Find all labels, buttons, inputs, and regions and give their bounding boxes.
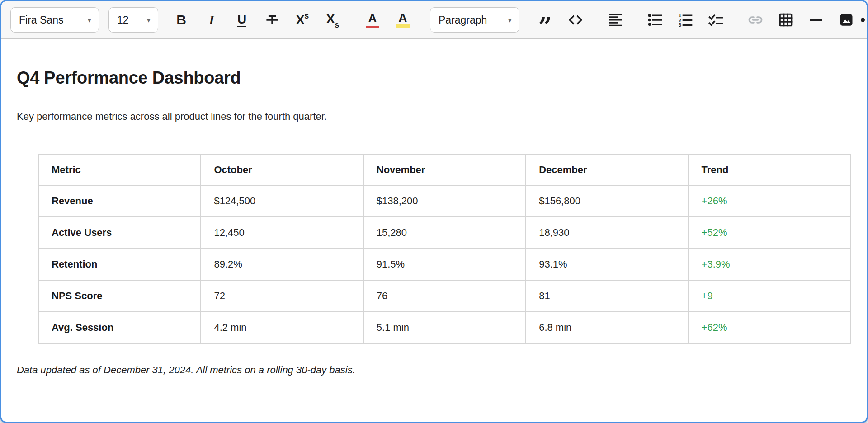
svg-text:3: 3 [679,22,681,28]
subscript-button[interactable]: Xs [322,9,344,31]
paragraph-style-value: Paragraph [439,14,487,26]
highlight-color-button[interactable]: A [392,9,414,31]
italic-icon: I [209,12,214,28]
trend-cell: +26% [689,185,851,217]
overflow-dot-icon[interactable] [861,18,865,22]
chevron-down-icon: ▾ [87,15,91,25]
table-cell: $124,500 [201,185,363,217]
table-cell: $138,200 [363,185,526,217]
rich-text-editor-window: Fira Sans ▾ 12 ▾ B I U Xs [0,0,868,423]
insert-table-button[interactable] [775,9,797,31]
ordered-list-icon: 1 2 3 [677,12,693,28]
link-icon [747,11,764,28]
table-cell: 93.1% [526,249,688,280]
table-row: Retention 89.2% 91.5% 93.1% +3.9% [38,249,851,280]
table-cell: 81 [526,280,688,312]
code-icon [567,12,584,28]
trend-cell: +62% [689,312,851,343]
superscript-button[interactable]: Xs [292,9,313,31]
insert-image-button[interactable] [835,9,857,31]
bold-icon: B [176,12,186,28]
align-button[interactable] [604,9,626,31]
editor-content-area[interactable]: Q4 Performance Dashboard Key performance… [1,68,867,376]
checklist-icon [708,12,724,28]
table-icon [778,12,794,28]
table-cell: 12,450 [201,217,363,249]
intro-paragraph: Key performance metrics across all produ… [17,110,851,123]
font-family-select[interactable]: Fira Sans ▾ [10,7,99,33]
checklist-button[interactable] [705,9,726,31]
page-title: Q4 Performance Dashboard [17,68,851,88]
trend-cell: +9 [689,280,851,312]
table-cell: Retention [38,249,201,280]
trend-cell: +3.9% [689,249,851,280]
code-button[interactable] [565,9,586,31]
text-color-button[interactable]: A [362,9,383,31]
table-row: NPS Score 72 76 81 +9 [38,280,851,312]
column-header-november: November [363,155,526,185]
align-left-icon [607,12,623,28]
horizontal-rule-button[interactable] [805,9,827,31]
formatting-toolbar: Fira Sans ▾ 12 ▾ B I U Xs [1,1,867,39]
strikethrough-icon [264,12,280,28]
bullet-list-icon [647,12,663,28]
table-cell: 15,280 [363,217,526,249]
table-cell: 89.2% [201,249,363,280]
link-button[interactable] [745,9,766,31]
column-header-trend: Trend [689,155,851,185]
font-size-value: 12 [117,14,129,26]
paragraph-style-select[interactable]: Paragraph ▾ [430,7,519,33]
column-header-october: October [201,155,363,185]
text-color-icon: A [366,12,379,28]
blockquote-button[interactable]: ” [534,9,556,31]
subscript-icon: Xs [326,12,340,28]
table-cell: Active Users [38,217,201,249]
table-cell: 6.8 min [526,312,688,343]
table-cell: $156,800 [526,185,688,217]
table-cell: 18,930 [526,217,688,249]
column-header-metric: Metric [38,155,201,185]
table-cell: 4.2 min [201,312,363,343]
table-row: Revenue $124,500 $138,200 $156,800 +26% [38,185,851,217]
underline-icon: U [237,13,246,27]
footnote: Data updated as of December 31, 2024. Al… [17,364,851,376]
table-cell: Avg. Session [38,312,201,343]
horizontal-rule-icon [808,12,824,28]
table-row: Active Users 12,450 15,280 18,930 +52% [38,217,851,249]
table-cell: 72 [201,280,363,312]
table-cell: 5.1 min [363,312,526,343]
metrics-table: Metric October November December Trend R… [38,154,851,344]
ordered-list-button[interactable]: 1 2 3 [675,9,696,31]
table-header-row: Metric October November December Trend [38,155,851,185]
italic-button[interactable]: I [201,9,222,31]
image-icon [838,12,854,28]
chevron-down-icon: ▾ [508,15,512,25]
chevron-down-icon: ▾ [146,15,151,25]
bullet-list-button[interactable] [644,9,666,31]
table-row: Avg. Session 4.2 min 5.1 min 6.8 min +62… [38,312,851,343]
trend-cell: +52% [689,217,851,249]
bold-button[interactable]: B [170,9,192,31]
font-family-value: Fira Sans [19,14,63,26]
table-cell: 76 [363,280,526,312]
table-cell: 91.5% [363,249,526,280]
strikethrough-button[interactable] [261,9,283,31]
superscript-icon: Xs [296,12,309,27]
table-cell: NPS Score [38,280,201,312]
underline-button[interactable]: U [231,9,253,31]
column-header-december: December [526,155,688,185]
font-size-select[interactable]: 12 ▾ [108,7,158,33]
highlight-icon: A [396,12,410,28]
table-cell: Revenue [38,185,201,217]
